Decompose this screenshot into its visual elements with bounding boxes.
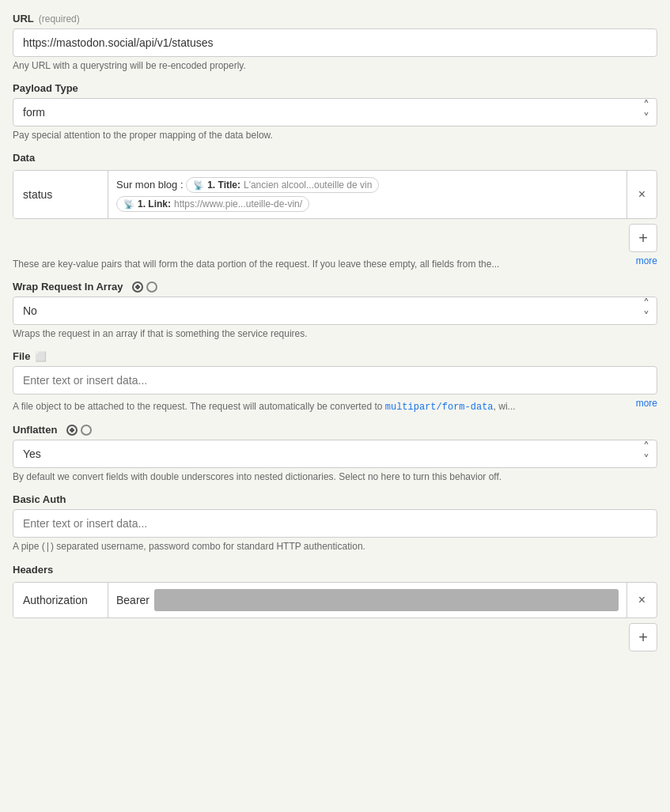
pill-label-title: 1. Title: bbox=[207, 179, 240, 191]
wrap-request-radio-group bbox=[132, 281, 157, 293]
data-prefix: Sur mon blog : bbox=[116, 179, 184, 191]
file-hint-row: A file object to be attached to the requ… bbox=[13, 398, 657, 413]
wrap-request-select-wrapper: No Yes ˄ ˅ bbox=[13, 296, 657, 325]
data-row: status Sur mon blog : 📡 1. Title: L'anci… bbox=[13, 170, 657, 219]
url-label: URL (required) bbox=[13, 13, 657, 25]
unflatten-radio-off[interactable] bbox=[81, 425, 92, 436]
unflatten-radio-on[interactable] bbox=[66, 425, 78, 436]
bearer-label: Bearer bbox=[116, 594, 150, 606]
data-row-delete-button[interactable]: × bbox=[626, 171, 657, 218]
data-pill-title[interactable]: 📡 1. Title: L'ancien alcool...outeille d… bbox=[186, 177, 379, 193]
basic-auth-input[interactable] bbox=[13, 509, 657, 538]
unflatten-field-group: Unflatten Yes No ˄ ˅ By default we conve… bbox=[13, 424, 657, 482]
unflatten-label-text: Unflatten bbox=[13, 424, 57, 436]
pill-value-link: https://www.pie...uteille-de-vin/ bbox=[174, 198, 302, 210]
file-input[interactable] bbox=[13, 366, 657, 395]
add-data-row-button[interactable]: + bbox=[629, 224, 657, 252]
data-field-group: Data status Sur mon blog : 📡 1. Title: L… bbox=[13, 152, 657, 270]
unflatten-select[interactable]: Yes No bbox=[13, 440, 657, 468]
data-key-value: status bbox=[23, 188, 52, 201]
payload-type-select[interactable]: form json xml bbox=[13, 98, 657, 127]
data-value-line1: Sur mon blog : 📡 1. Title: L'ancien alco… bbox=[116, 177, 619, 193]
headers-field-group: Headers Authorization Bearer × + bbox=[13, 564, 657, 651]
wrap-request-field-group: Wrap Request In Array No Yes ˄ ˅ Wraps t… bbox=[13, 281, 657, 339]
url-input[interactable] bbox=[13, 28, 657, 57]
payload-type-select-wrapper: form json xml ˄ ˅ bbox=[13, 98, 657, 127]
payload-type-hint: Pay special attention to the proper mapp… bbox=[13, 130, 657, 141]
url-required: (required) bbox=[39, 13, 80, 25]
headers-label: Headers bbox=[13, 564, 657, 576]
header-value-cell: Bearer bbox=[108, 583, 626, 617]
header-key-value: Authorization bbox=[23, 594, 88, 606]
file-label: File ⬜ bbox=[13, 350, 657, 362]
pill-label-link: 1. Link: bbox=[138, 198, 171, 210]
data-hint: These are key-value pairs that will form… bbox=[13, 259, 499, 270]
add-header-row-button[interactable]: + bbox=[629, 623, 657, 651]
file-label-text: File bbox=[13, 350, 30, 362]
header-row-delete-button[interactable]: × bbox=[626, 583, 657, 617]
file-more-link[interactable]: more bbox=[636, 398, 657, 409]
add-data-row-container: + bbox=[13, 224, 657, 252]
file-hint: A file object to be attached to the requ… bbox=[13, 401, 516, 413]
unflatten-label: Unflatten bbox=[13, 424, 657, 436]
wrap-request-label-text: Wrap Request In Array bbox=[13, 281, 123, 293]
data-key-cell: status bbox=[13, 171, 108, 218]
wrap-request-hint: Wraps the request in an array if that is… bbox=[13, 328, 657, 339]
data-value-cell: Sur mon blog : 📡 1. Title: L'ancien alco… bbox=[108, 171, 626, 218]
basic-auth-label: Basic Auth bbox=[13, 493, 657, 505]
url-label-text: URL bbox=[13, 13, 34, 25]
data-label: Data bbox=[13, 152, 657, 164]
url-field-group: URL (required) Any URL with a querystrin… bbox=[13, 13, 657, 71]
wrap-request-radio-off[interactable] bbox=[146, 281, 157, 293]
data-pill-link[interactable]: 📡 1. Link: https://www.pie...uteille-de-… bbox=[116, 196, 309, 212]
file-hint-code-link[interactable]: multipart/form-data bbox=[385, 402, 494, 413]
wrap-request-radio-on[interactable] bbox=[132, 281, 143, 293]
header-key-cell: Authorization bbox=[13, 583, 108, 617]
data-more-link[interactable]: more bbox=[636, 255, 657, 266]
file-field-group: File ⬜ A file object to be attached to t… bbox=[13, 350, 657, 413]
rss-icon-title: 📡 bbox=[193, 180, 204, 191]
add-header-row-container: + bbox=[13, 623, 657, 651]
rss-icon-link: 📡 bbox=[123, 199, 134, 210]
unflatten-select-wrapper: Yes No ˄ ˅ bbox=[13, 440, 657, 468]
file-icon: ⬜ bbox=[35, 351, 47, 362]
payload-type-label-text: Payload Type bbox=[13, 82, 78, 94]
close-icon: × bbox=[638, 187, 645, 202]
pill-value-title: L'ancien alcool...outeille de vin bbox=[244, 179, 372, 191]
payload-type-label: Payload Type bbox=[13, 82, 657, 94]
data-hint-row: These are key-value pairs that will form… bbox=[13, 255, 657, 270]
payload-type-field-group: Payload Type form json xml ˄ ˅ Pay speci… bbox=[13, 82, 657, 141]
add-icon: + bbox=[638, 629, 648, 647]
data-value-line2: 📡 1. Link: https://www.pie...uteille-de-… bbox=[116, 196, 619, 212]
url-hint: Any URL with a querystring will be re-en… bbox=[13, 60, 657, 71]
close-icon: × bbox=[638, 593, 645, 607]
wrap-request-select[interactable]: No Yes bbox=[13, 296, 657, 325]
basic-auth-hint: A pipe (|) separated username, password … bbox=[13, 541, 657, 553]
basic-auth-field-group: Basic Auth A pipe (|) separated username… bbox=[13, 493, 657, 553]
wrap-request-label: Wrap Request In Array bbox=[13, 281, 657, 293]
basic-auth-label-text: Basic Auth bbox=[13, 493, 66, 505]
bearer-input[interactable] bbox=[154, 589, 619, 611]
unflatten-radio-group bbox=[66, 425, 92, 436]
add-icon: + bbox=[638, 229, 648, 247]
unflatten-hint: By default we convert fields with double… bbox=[13, 471, 657, 482]
header-row: Authorization Bearer × bbox=[13, 582, 657, 618]
